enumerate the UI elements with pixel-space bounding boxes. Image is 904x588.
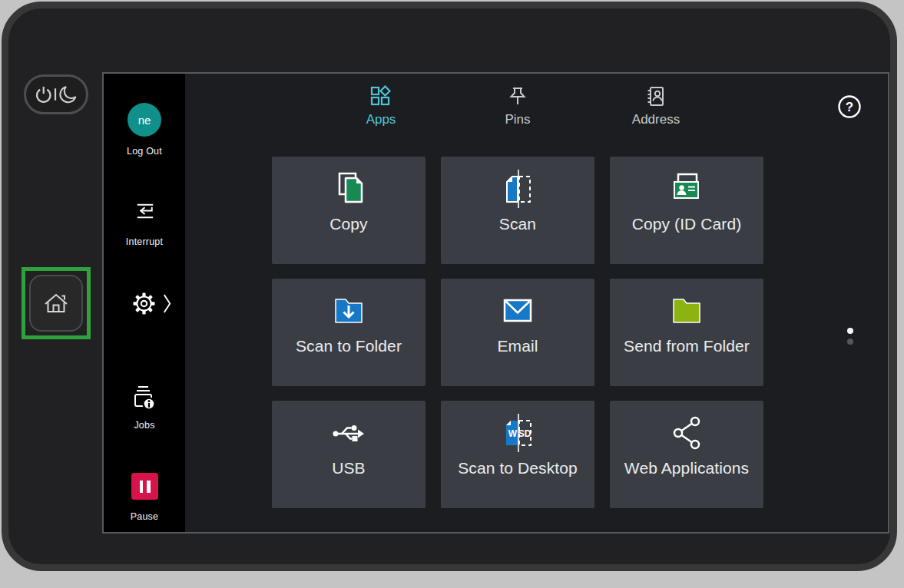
home-button[interactable]	[29, 275, 83, 332]
copy-pages-icon	[329, 169, 369, 209]
share-network-icon	[667, 413, 707, 453]
touchscreen: ne Log Out Interrupt	[102, 72, 889, 533]
tab-pins-label: Pins	[468, 112, 568, 127]
home-icon	[41, 289, 71, 318]
tab-address-label: Address	[606, 112, 706, 127]
app-tile-label: Email	[497, 337, 538, 355]
user-avatar[interactable]: ne	[127, 103, 161, 137]
interrupt-label: Interrupt	[104, 236, 185, 247]
app-tile-label: Web Applications	[624, 459, 749, 477]
app-tile-label: Scan to Folder	[296, 337, 402, 355]
logout-label[interactable]: Log Out	[104, 146, 185, 157]
app-tile-scan-to-desktop[interactable]: W SD Scan to Desktop	[441, 401, 594, 508]
envelope-icon	[498, 291, 538, 331]
scan-page-icon	[498, 169, 538, 209]
app-tile-label: Scan to Desktop	[458, 459, 578, 477]
app-tile-copy[interactable]: Copy	[272, 157, 426, 264]
apps-grid-icon	[369, 85, 392, 108]
help-glyph: ?	[846, 100, 853, 114]
pushpin-icon	[506, 85, 529, 108]
app-tile-label: Scan	[499, 215, 536, 233]
wsd-letters-sd: SD	[518, 428, 531, 439]
jobs-icon	[129, 382, 157, 411]
pause-label: Pause	[104, 511, 185, 522]
usb-icon	[329, 413, 369, 453]
tab-apps[interactable]: Apps	[331, 85, 431, 127]
tab-pins[interactable]: Pins	[468, 85, 568, 127]
sidebar-item-jobs[interactable]	[129, 382, 157, 411]
wsd-document-icon: W SD	[498, 413, 538, 453]
app-tile-scan[interactable]: Scan	[441, 157, 594, 264]
page-indicator-dot-active[interactable]	[847, 328, 853, 334]
sidebar: ne Log Out Interrupt	[104, 74, 185, 532]
tab-address[interactable]: Address	[606, 85, 706, 127]
power-sleep-icon	[32, 84, 80, 105]
help-icon: ?	[836, 94, 863, 120]
avatar-initials: ne	[138, 114, 151, 127]
jobs-label: Jobs	[104, 420, 185, 431]
main-panel: Apps Pins	[185, 74, 888, 532]
pause-icon	[131, 473, 158, 500]
settings-gear-icon	[133, 292, 155, 315]
device-bezel: ne Log Out Interrupt	[2, 2, 897, 571]
app-tile-send-from-folder[interactable]: Send from Folder	[610, 279, 763, 386]
chevron-right-icon	[162, 292, 172, 315]
power-sleep-button[interactable]	[24, 74, 88, 114]
page-indicator-dot-inactive[interactable]	[847, 339, 853, 345]
app-tile-label: Copy (ID Card)	[632, 215, 742, 233]
address-book-icon	[644, 85, 667, 108]
wsd-letter-w: W	[508, 428, 518, 439]
app-tile-scan-to-folder[interactable]: Scan to Folder	[272, 279, 426, 386]
app-tile-usb[interactable]: USB	[272, 401, 426, 508]
app-tile-copy-id-card[interactable]: Copy (ID Card)	[610, 157, 763, 264]
app-tile-label: Copy	[329, 215, 367, 233]
tab-apps-label: Apps	[331, 112, 431, 127]
sidebar-item-pause[interactable]	[131, 473, 158, 500]
home-button-focus-highlight	[22, 267, 91, 339]
app-tile-web-applications[interactable]: Web Applications	[610, 401, 763, 508]
app-grid: Copy Scan	[272, 157, 763, 508]
app-tile-email[interactable]: Email	[441, 279, 594, 386]
app-tile-label: Send from Folder	[624, 337, 750, 355]
sidebar-item-settings[interactable]	[133, 292, 172, 315]
sidebar-item-interrupt[interactable]	[132, 199, 157, 224]
folder-icon	[667, 291, 707, 331]
app-tile-label: USB	[332, 459, 365, 477]
folder-down-arrow-icon	[329, 291, 369, 331]
interrupt-icon	[132, 199, 157, 224]
help-button[interactable]: ?	[836, 94, 863, 120]
id-card-icon	[667, 169, 707, 209]
